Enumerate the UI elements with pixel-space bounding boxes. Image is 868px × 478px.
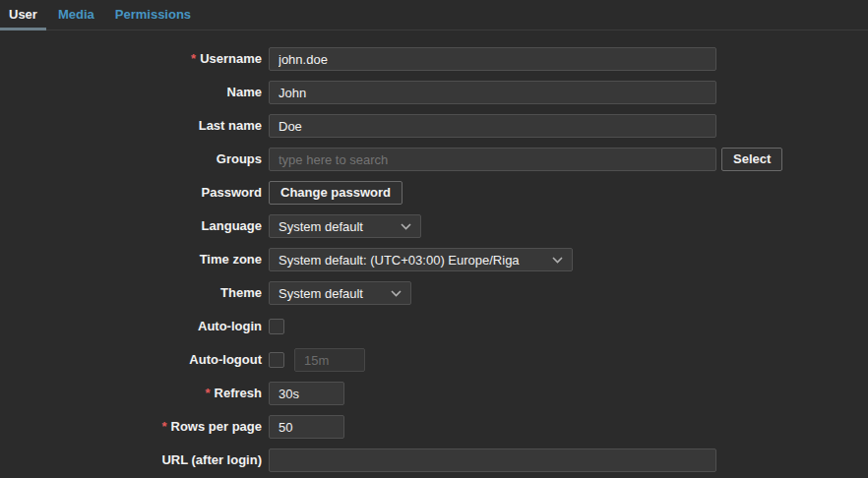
form-row-autologin: Auto-login: [0, 315, 868, 338]
change-password-button[interactable]: Change password: [269, 181, 403, 205]
password-label: Password: [0, 181, 262, 205]
autologout-checkbox[interactable]: [269, 352, 284, 368]
user-configuration-page: User Media Permissions *Username Name La…: [0, 0, 868, 478]
form-row-language: Language System default: [0, 214, 868, 238]
form-row-autologout: Auto-logout: [0, 348, 868, 372]
refresh-input[interactable]: [269, 382, 344, 405]
tab-permissions[interactable]: Permissions: [106, 1, 200, 30]
timezone-select-value: System default: (UTC+03:00) Europe/Riga: [279, 253, 520, 268]
timezone-select[interactable]: System default: (UTC+03:00) Europe/Riga: [269, 248, 573, 271]
form-row-timezone: Time zone System default: (UTC+03:00) Eu…: [0, 248, 868, 271]
form-row-refresh: *Refresh: [0, 382, 868, 405]
chevron-down-icon: [391, 290, 402, 297]
required-asterisk: *: [206, 386, 211, 400]
autologout-timeout-input: [294, 348, 365, 372]
theme-label: Theme: [0, 281, 262, 305]
tab-media[interactable]: Media: [49, 1, 103, 30]
url-label: URL (after login): [0, 448, 262, 472]
language-select[interactable]: System default: [269, 214, 421, 238]
form-row-name: Name: [0, 81, 868, 104]
language-label: Language: [0, 214, 262, 238]
autologin-checkbox[interactable]: [269, 319, 284, 334]
lastname-label: Last name: [0, 114, 262, 138]
refresh-label: *Refresh: [0, 382, 262, 405]
name-input[interactable]: [269, 81, 716, 104]
form-row-groups: Groups Select: [0, 148, 868, 171]
name-label: Name: [0, 81, 262, 104]
autologin-label: Auto-login: [0, 315, 262, 338]
required-asterisk: *: [161, 419, 166, 434]
tab-user[interactable]: User: [0, 1, 46, 30]
url-input[interactable]: [269, 448, 716, 472]
groups-label: Groups: [0, 148, 262, 171]
lastname-input[interactable]: [269, 114, 716, 138]
rows-per-page-label: *Rows per page: [0, 415, 262, 439]
rows-per-page-input[interactable]: [269, 415, 344, 439]
username-label: *Username: [0, 47, 262, 71]
form-row-rows-per-page: *Rows per page: [0, 415, 868, 439]
form-row-url: URL (after login): [0, 448, 868, 472]
chevron-down-icon: [552, 257, 563, 264]
timezone-label: Time zone: [0, 248, 262, 271]
form-row-theme: Theme System default: [0, 281, 868, 305]
theme-select-value: System default: [279, 286, 363, 301]
language-select-value: System default: [279, 219, 363, 234]
required-asterisk: *: [191, 51, 196, 66]
autologout-label: Auto-logout: [0, 348, 262, 372]
user-form: *Username Name Last name Groups Select: [0, 30, 868, 472]
groups-search-input[interactable]: [269, 148, 716, 171]
theme-select[interactable]: System default: [269, 281, 411, 305]
form-row-password: Password Change password: [0, 181, 868, 205]
chevron-down-icon: [401, 223, 411, 230]
tab-bar: User Media Permissions: [0, 0, 868, 30]
username-input[interactable]: [269, 47, 716, 71]
groups-select-button[interactable]: Select: [721, 148, 782, 171]
form-row-lastname: Last name: [0, 114, 868, 138]
form-row-username: *Username: [0, 47, 868, 71]
